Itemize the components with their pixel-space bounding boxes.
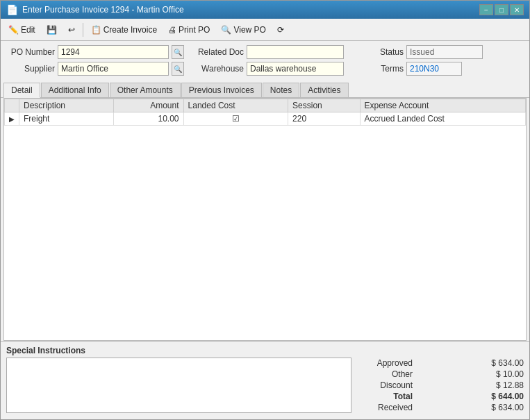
- total-row-approved: Approved $ 634.00: [357, 358, 524, 368]
- terms-label: Terms: [355, 64, 404, 74]
- row-arrow-cell: ▶: [5, 112, 19, 126]
- view-po-button[interactable]: 🔍 View PO: [216, 23, 270, 37]
- supplier-label: Supplier: [6, 64, 55, 74]
- window-title: Enter Purchase Invoice 1294 - Martin Off…: [22, 5, 184, 15]
- tab-other-amounts[interactable]: Other Amounts: [110, 83, 181, 97]
- create-invoice-label: Create Invoice: [103, 25, 157, 35]
- table-header-row: Description Amount Landed Cost Session E…: [5, 99, 526, 112]
- po-number-input[interactable]: [58, 45, 169, 59]
- window-controls: − □ ✕: [479, 4, 524, 15]
- tab-notes[interactable]: Notes: [263, 83, 299, 97]
- status-label: Status: [355, 47, 404, 57]
- warehouse-input[interactable]: [247, 62, 344, 76]
- expense-account-cell: Accrued Landed Cost: [360, 112, 525, 126]
- landed-cost-checkbox[interactable]: ☑: [232, 114, 240, 124]
- col-landed-cost-header: Landed Cost: [183, 99, 288, 112]
- save-button[interactable]: 💾: [42, 23, 62, 37]
- related-doc-input[interactable]: [247, 45, 344, 59]
- supplier-search-button[interactable]: 🔍: [172, 62, 184, 76]
- warehouse-group: Warehouse: [195, 62, 344, 76]
- close-button[interactable]: ✕: [510, 4, 524, 15]
- refresh-button[interactable]: ⟳: [272, 23, 289, 37]
- refresh-icon: ⟳: [277, 25, 284, 35]
- other-label: Other: [357, 369, 413, 379]
- discount-label: Discount: [357, 380, 413, 390]
- toolbar-separator-1: [83, 23, 83, 37]
- po-search-button[interactable]: 🔍: [172, 45, 184, 59]
- row-expand-icon: ▶: [9, 115, 15, 123]
- toolbar: ✏️ Edit 💾 ↩ 📋 Create Invoice 🖨 Print PO …: [1, 19, 529, 41]
- create-invoice-button[interactable]: 📋 Create Invoice: [86, 23, 162, 37]
- related-doc-group: Related Doc: [195, 45, 344, 59]
- undo-button[interactable]: ↩: [63, 23, 80, 37]
- received-label: Received: [357, 403, 413, 412]
- col-expense-account-header: Expense Account: [360, 99, 525, 112]
- edit-label: Edit: [21, 25, 35, 35]
- col-amount-header: Amount: [113, 99, 183, 112]
- supplier-input[interactable]: [58, 62, 169, 76]
- view-icon: 🔍: [221, 25, 231, 35]
- related-doc-label: Related Doc: [195, 47, 244, 57]
- terms-input[interactable]: [406, 62, 462, 76]
- detail-table: Description Amount Landed Cost Session E…: [4, 99, 526, 126]
- total-row-total: Total $ 644.00: [357, 392, 524, 401]
- invoice-icon: 📋: [91, 25, 101, 35]
- minimize-button[interactable]: −: [479, 4, 493, 15]
- other-value: $ 10.00: [475, 369, 524, 379]
- view-po-label: View PO: [233, 25, 265, 35]
- col-description-header: Description: [19, 99, 114, 112]
- discount-value: $ 12.88: [475, 380, 524, 390]
- session-cell: 220: [288, 112, 360, 126]
- total-row-discount: Discount $ 12.88: [357, 380, 524, 390]
- tab-detail[interactable]: Detail: [3, 83, 40, 98]
- received-value: $ 634.00: [475, 403, 524, 412]
- tab-previous-invoices[interactable]: Previous Invoices: [181, 83, 262, 97]
- landed-cost-cell: ☑: [183, 112, 288, 126]
- total-value: $ 644.00: [475, 392, 524, 401]
- col-expand: [5, 99, 19, 112]
- special-instructions-section: Special Instructions: [6, 346, 351, 415]
- approved-value: $ 634.00: [475, 358, 524, 368]
- main-window: 📄 Enter Purchase Invoice 1294 - Martin O…: [0, 0, 530, 420]
- po-number-label: PO Number: [6, 47, 55, 57]
- app-icon: 📄: [6, 4, 18, 15]
- totals-area: Approved $ 634.00 Other $ 10.00 Discount…: [357, 346, 524, 415]
- total-row-received: Received $ 634.00: [357, 403, 524, 412]
- description-cell: Freight: [19, 112, 114, 126]
- edit-button[interactable]: ✏️ Edit: [3, 23, 40, 37]
- save-icon: 💾: [47, 25, 57, 35]
- tab-activities[interactable]: Activities: [300, 83, 348, 97]
- print-po-button[interactable]: 🖨 Print PO: [163, 23, 215, 37]
- table-area: Description Amount Landed Cost Session E…: [3, 98, 527, 341]
- form-row-2: Supplier 🔍 Warehouse Terms: [6, 62, 524, 76]
- po-number-group: PO Number 🔍: [6, 45, 184, 59]
- content-area: Description Amount Landed Cost Session E…: [1, 98, 529, 419]
- form-row-1: PO Number 🔍 Related Doc Status: [6, 45, 524, 59]
- form-area: PO Number 🔍 Related Doc Status Supplier …: [1, 41, 529, 80]
- warehouse-label: Warehouse: [195, 64, 244, 74]
- col-session-header: Session: [288, 99, 360, 112]
- print-po-label: Print PO: [179, 25, 210, 35]
- terms-group: Terms: [355, 62, 462, 76]
- title-bar: 📄 Enter Purchase Invoice 1294 - Martin O…: [1, 1, 529, 19]
- special-instructions-textarea[interactable]: [6, 358, 351, 413]
- tabs-bar: Detail Additional Info Other Amounts Pre…: [1, 80, 529, 98]
- status-input[interactable]: [406, 45, 483, 59]
- table-row[interactable]: ▶ Freight 10.00 ☑ 220 Accrued Landed Cos…: [5, 112, 526, 126]
- amount-cell: 10.00: [113, 112, 183, 126]
- status-group: Status: [355, 45, 483, 59]
- approved-label: Approved: [357, 358, 413, 368]
- supplier-group: Supplier 🔍: [6, 62, 184, 76]
- total-label: Total: [357, 392, 413, 401]
- tab-additional-info[interactable]: Additional Info: [41, 83, 109, 97]
- total-row-other: Other $ 10.00: [357, 369, 524, 379]
- edit-icon: ✏️: [8, 25, 19, 35]
- special-instructions-label: Special Instructions: [6, 346, 351, 355]
- print-icon: 🖨: [168, 25, 176, 35]
- undo-icon: ↩: [68, 25, 75, 35]
- maximize-button[interactable]: □: [495, 4, 508, 15]
- bottom-area: Special Instructions Approved $ 634.00 O…: [1, 341, 529, 419]
